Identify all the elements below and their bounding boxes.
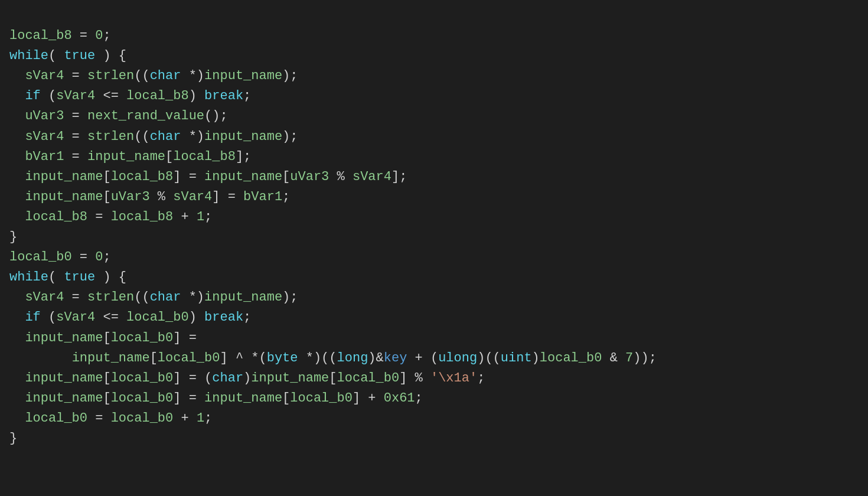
code-editor: local_b8 = 0; while( true ) { sVar4 = st… [9, 6, 859, 449]
line-1: local_b8 = 0; [9, 28, 111, 43]
line-5: uVar3 = next_rand_value(); [9, 109, 228, 123]
line-16: input_name[local_b0] = [9, 331, 197, 345]
line-12: local_b0 = 0; [9, 250, 111, 265]
line-8: input_name[local_b8] = input_name[uVar3 … [9, 169, 407, 184]
line-10: local_b8 = local_b8 + 1; [9, 210, 212, 224]
line-14: sVar4 = strlen((char *)input_name); [9, 290, 298, 305]
line-19: input_name[local_b0] = input_name[local_… [9, 391, 423, 406]
line-21: } [9, 431, 17, 446]
line-4: if (sVar4 <= local_b8) break; [9, 89, 251, 103]
line-9: input_name[uVar3 % sVar4] = bVar1; [9, 190, 290, 204]
line-11: } [9, 230, 17, 244]
line-2: while( true ) { [9, 48, 126, 63]
line-13: while( true ) { [9, 270, 126, 285]
line-6: sVar4 = strlen((char *)input_name); [9, 129, 298, 144]
line-20: local_b0 = local_b0 + 1; [9, 411, 212, 426]
line-15: if (sVar4 <= local_b0) break; [9, 310, 251, 325]
line-7: bVar1 = input_name[local_b8]; [9, 149, 251, 164]
line-18: input_name[local_b0] = (char)input_name[… [9, 371, 485, 386]
line-3: sVar4 = strlen((char *)input_name); [9, 68, 298, 83]
line-17: input_name[local_b0] ^ *(byte *)((long)&… [9, 351, 657, 366]
